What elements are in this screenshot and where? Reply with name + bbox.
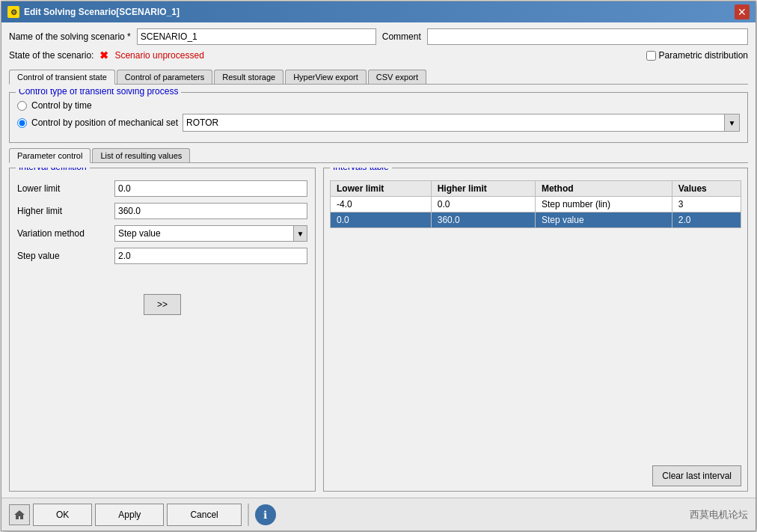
dialog-window: ⚙ Edit Solving Scenario[SCENARIO_1] ✕ Na…	[1, 1, 756, 531]
watermark: 西莫电机论坛	[690, 508, 748, 522]
state-label: State of the scenario:	[9, 50, 94, 61]
variation-method-select[interactable]: Step value Step number (lin)	[114, 225, 294, 242]
close-button[interactable]: ✕	[735, 4, 750, 19]
app-icon: ⚙	[7, 6, 19, 18]
comment-label: Comment	[382, 31, 421, 42]
inner-tab-resulting-values[interactable]: List of resulting values	[92, 148, 190, 162]
info-button[interactable]: ℹ	[255, 504, 276, 525]
higher-limit-row: Higher limit	[17, 203, 307, 219]
inner-tab-parameter-control[interactable]: Parameter control	[9, 148, 91, 163]
variation-method-row: Variation method Step value Step number …	[17, 225, 307, 242]
radio-by-time-label: Control by time	[31, 100, 92, 111]
row1-method: Step number (lin)	[535, 197, 672, 213]
col-method: Method	[535, 181, 672, 197]
parametric-distribution-label: Parametric distribution	[659, 50, 748, 61]
tab-content-area: Control type of transient solving proces…	[9, 89, 748, 492]
dialog-title: Edit Solving Scenario[SCENARIO_1]	[24, 7, 180, 17]
lower-limit-row: Lower limit	[17, 180, 307, 197]
svg-marker-0	[14, 510, 25, 519]
mech-dropdown-arrow: ▼	[725, 114, 740, 132]
toolbar-divider	[248, 504, 249, 526]
mech-set-select[interactable]: ROTOR	[183, 114, 725, 132]
name-comment-row: Name of the solving scenario * Comment	[9, 28, 748, 45]
higher-limit-label: Higher limit	[17, 206, 114, 216]
comment-input[interactable]	[427, 28, 748, 45]
ok-button[interactable]: OK	[33, 504, 92, 526]
control-type-group: Control type of transient solving proces…	[9, 92, 748, 143]
radio-by-position-row: Control by position of mechanical set RO…	[17, 114, 740, 132]
title-bar: ⚙ Edit Solving Scenario[SCENARIO_1] ✕	[1, 1, 756, 22]
tab-transient-state[interactable]: Control of transient state	[9, 70, 115, 85]
tab-hyperview-export[interactable]: HyperView export	[285, 70, 367, 84]
step-value-label: Step value	[17, 251, 114, 261]
row1-lower-limit: -4.0	[331, 197, 432, 213]
home-icon	[13, 509, 25, 521]
state-row: State of the scenario: ✖ Scenario unproc…	[9, 49, 748, 61]
table-wrapper: Lower limit Higher limit Method Values -…	[324, 180, 747, 461]
variation-method-label: Variation method	[17, 228, 114, 239]
add-interval-button[interactable]: >>	[144, 294, 181, 315]
clear-btn-area: Clear last interval	[324, 461, 747, 491]
col-higher-limit: Higher limit	[431, 181, 535, 197]
intervals-table-title: Intervals table	[330, 168, 392, 172]
col-values: Values	[672, 181, 741, 197]
higher-limit-input[interactable]	[114, 203, 307, 219]
radio-by-position-label: Control by position of mechanical set	[31, 117, 178, 128]
step-value-row: Step value	[17, 248, 307, 264]
tab-control-parameters[interactable]: Control of parameters	[117, 70, 212, 84]
state-value: Scenario unprocessed	[114, 50, 203, 61]
variation-method-select-area: Step value Step number (lin) ▼	[114, 225, 307, 242]
interval-definition-title: Interval definition	[16, 168, 90, 172]
row2-values: 2.0	[672, 213, 741, 228]
table-row[interactable]: -4.0 0.0 Step number (lin) 3	[331, 197, 741, 213]
radio-by-position[interactable]	[17, 118, 27, 128]
dialog-content: Name of the solving scenario * Comment S…	[1, 22, 756, 498]
scenario-name-input[interactable]	[137, 28, 376, 45]
inner-tabs-bar: Parameter control List of resulting valu…	[9, 147, 748, 163]
table-row[interactable]: 0.0 360.0 Step value 2.0	[331, 213, 741, 228]
apply-button[interactable]: Apply	[95, 504, 164, 526]
tab-result-storage[interactable]: Result storage	[214, 70, 284, 84]
row2-lower-limit: 0.0	[331, 213, 432, 228]
col-lower-limit: Lower limit	[331, 181, 432, 197]
title-bar-title: ⚙ Edit Solving Scenario[SCENARIO_1]	[7, 6, 180, 18]
row1-values: 3	[672, 197, 741, 213]
mech-set-dropdown-area: ROTOR ▼	[183, 114, 740, 132]
intervals-table: Lower limit Higher limit Method Values -…	[330, 180, 741, 228]
error-icon: ✖	[99, 49, 108, 61]
row1-higher-limit: 0.0	[431, 197, 535, 213]
intervals-table-panel: Intervals table Lower limit Higher limit…	[323, 168, 748, 492]
scenario-name-label: Name of the solving scenario *	[9, 31, 131, 42]
lower-limit-label: Lower limit	[17, 183, 114, 194]
parametric-distribution-checkbox[interactable]	[646, 51, 656, 61]
radio-by-time-row: Control by time	[17, 100, 740, 111]
main-tabs-bar: Control of transient state Control of pa…	[9, 69, 748, 85]
clear-last-interval-button[interactable]: Clear last interval	[652, 465, 741, 486]
radio-by-time[interactable]	[17, 101, 27, 111]
cancel-button[interactable]: Cancel	[167, 504, 241, 526]
variation-dropdown-arrow: ▼	[294, 225, 307, 242]
control-type-title: Control type of transient solving proces…	[16, 89, 181, 97]
lower-limit-input[interactable]	[114, 180, 307, 197]
row2-method: Step value	[535, 213, 672, 228]
tab-csv-export[interactable]: CSV export	[368, 70, 426, 84]
home-icon-button[interactable]	[9, 504, 30, 525]
split-area: Interval definition Lower limit Higher l…	[9, 168, 748, 492]
bottom-bar: OK Apply Cancel ℹ 西莫电机论坛	[1, 498, 756, 531]
step-value-input[interactable]	[114, 248, 307, 264]
interval-definition-panel: Interval definition Lower limit Higher l…	[9, 168, 316, 492]
row2-higher-limit: 360.0	[431, 213, 535, 228]
